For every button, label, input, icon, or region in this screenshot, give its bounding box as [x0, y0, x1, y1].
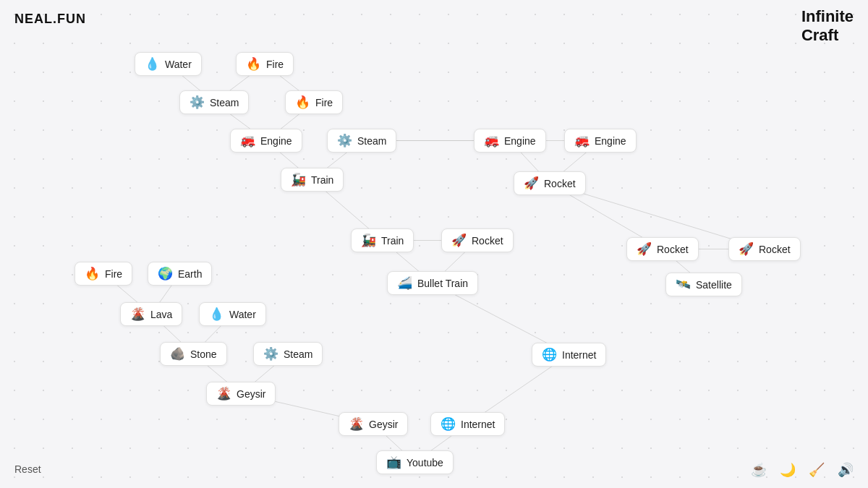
craft-node-steam1[interactable]: ⚙️Steam — [179, 90, 249, 114]
moon-icon[interactable]: 🌙 — [780, 462, 796, 478]
infinite-craft-line1: Infinite — [801, 7, 854, 26]
neal-fun-logo: NEAL.FUN — [14, 12, 86, 27]
node-label-stone1: Stone — [190, 348, 217, 360]
craft-node-internet1[interactable]: 🌐Internet — [532, 343, 606, 367]
node-label-geysir1: Geysir — [237, 388, 265, 400]
node-label-engine2: Engine — [504, 135, 536, 147]
craft-node-rocket1[interactable]: 🚀Rocket — [514, 171, 586, 195]
node-emoji-fire2: 🔥 — [295, 96, 310, 108]
craft-node-rocket4[interactable]: 🚀Rocket — [728, 237, 801, 261]
craft-node-youtube1[interactable]: 📺Youtube — [376, 450, 454, 474]
node-emoji-rocket1: 🚀 — [524, 177, 539, 189]
craft-node-water2[interactable]: 💧Water — [199, 302, 266, 326]
node-label-fire2: Fire — [315, 97, 333, 108]
craft-node-rocket3[interactable]: 🚀Rocket — [626, 237, 699, 261]
node-emoji-steam1: ⚙️ — [190, 96, 205, 108]
node-emoji-rocket3: 🚀 — [637, 243, 652, 255]
broom-icon[interactable]: 🧹 — [809, 462, 825, 478]
craft-node-rocket2[interactable]: 🚀Rocket — [441, 228, 514, 252]
bottom-toolbar: ☕ 🌙 🧹 🔊 — [751, 462, 854, 478]
craft-node-steam3[interactable]: ⚙️Steam — [253, 342, 323, 366]
node-emoji-water1: 💧 — [145, 58, 160, 70]
node-label-steam3: Steam — [284, 348, 312, 360]
craft-node-satellite1[interactable]: 🛰️Satellite — [665, 273, 742, 296]
node-label-internet2: Internet — [461, 419, 495, 430]
infinite-craft-logo: Infinite Craft — [801, 7, 854, 46]
node-label-internet1: Internet — [562, 349, 596, 361]
node-emoji-engine3: 🚒 — [574, 134, 590, 147]
craft-node-fire3[interactable]: 🔥Fire — [75, 262, 132, 286]
craft-node-lava1[interactable]: 🌋Lava — [120, 302, 182, 326]
craft-node-train1[interactable]: 🚂Train — [281, 168, 344, 192]
node-label-train1: Train — [311, 174, 333, 186]
node-emoji-lava1: 🌋 — [130, 308, 145, 320]
node-emoji-satellite1: 🛰️ — [676, 278, 691, 291]
craft-node-water1[interactable]: 💧Water — [135, 52, 202, 76]
node-emoji-steam3: ⚙️ — [263, 348, 278, 360]
node-label-steam1: Steam — [210, 97, 239, 108]
node-label-rocket3: Rocket — [657, 244, 689, 255]
node-emoji-geysir2: 🌋 — [349, 418, 364, 430]
node-label-water1: Water — [165, 59, 192, 70]
craft-node-fire2[interactable]: 🔥Fire — [285, 90, 343, 114]
node-emoji-bullet_train1: 🚄 — [397, 277, 412, 289]
node-emoji-earth1: 🌍 — [158, 267, 173, 280]
craft-node-bullet_train1[interactable]: 🚄Bullet Train — [387, 271, 478, 295]
craft-node-fire1[interactable]: 🔥Fire — [236, 52, 294, 76]
node-label-train2: Train — [381, 235, 404, 247]
craft-node-steam2[interactable]: ⚙️Steam — [327, 129, 396, 153]
node-label-rocket4: Rocket — [759, 244, 791, 255]
sound-icon[interactable]: 🔊 — [838, 462, 854, 478]
craft-node-internet2[interactable]: 🌐Internet — [430, 412, 505, 436]
node-label-satellite1: Satellite — [696, 279, 732, 291]
node-emoji-water2: 💧 — [209, 308, 224, 320]
node-label-engine1: Engine — [260, 135, 292, 147]
craft-node-engine2[interactable]: 🚒Engine — [474, 129, 546, 153]
node-label-steam2: Steam — [357, 135, 386, 147]
node-label-fire3: Fire — [105, 268, 122, 280]
node-label-geysir2: Geysir — [369, 419, 398, 430]
coffee-icon[interactable]: ☕ — [751, 462, 767, 478]
node-emoji-rocket4: 🚀 — [739, 243, 754, 255]
craft-node-engine1[interactable]: 🚒Engine — [230, 129, 302, 153]
node-label-engine3: Engine — [595, 135, 626, 147]
node-emoji-train1: 🚂 — [291, 174, 306, 186]
node-emoji-fire3: 🔥 — [85, 267, 100, 280]
node-emoji-internet2: 🌐 — [441, 418, 456, 430]
node-emoji-engine2: 🚒 — [484, 134, 499, 147]
node-emoji-engine1: 🚒 — [240, 134, 255, 147]
craft-node-engine3[interactable]: 🚒Engine — [564, 129, 637, 153]
node-emoji-fire1: 🔥 — [246, 58, 261, 70]
node-label-earth1: Earth — [178, 268, 202, 280]
node-label-water2: Water — [229, 309, 256, 320]
craft-node-geysir1[interactable]: 🌋Geysir — [206, 382, 276, 406]
node-emoji-steam2: ⚙️ — [337, 134, 352, 147]
node-label-rocket1: Rocket — [544, 178, 576, 189]
node-label-fire1: Fire — [266, 59, 284, 70]
craft-node-stone1[interactable]: 🪨Stone — [160, 342, 227, 366]
craft-node-earth1[interactable]: 🌍Earth — [148, 262, 212, 286]
node-label-bullet_train1: Bullet Train — [417, 278, 468, 289]
node-label-rocket2: Rocket — [472, 235, 503, 247]
node-emoji-geysir1: 🌋 — [216, 388, 231, 400]
infinite-craft-line2: Craft — [801, 26, 854, 45]
node-emoji-stone1: 🪨 — [170, 348, 185, 360]
reset-button[interactable]: Reset — [14, 463, 41, 475]
node-emoji-youtube1: 📺 — [386, 456, 401, 468]
craft-node-geysir2[interactable]: 🌋Geysir — [339, 412, 408, 436]
node-emoji-internet1: 🌐 — [542, 348, 557, 361]
craft-node-train2[interactable]: 🚂Train — [351, 228, 414, 252]
node-label-lava1: Lava — [150, 309, 172, 320]
node-emoji-train2: 🚂 — [361, 234, 376, 247]
node-emoji-rocket2: 🚀 — [451, 234, 467, 247]
node-label-youtube1: Youtube — [407, 457, 443, 468]
